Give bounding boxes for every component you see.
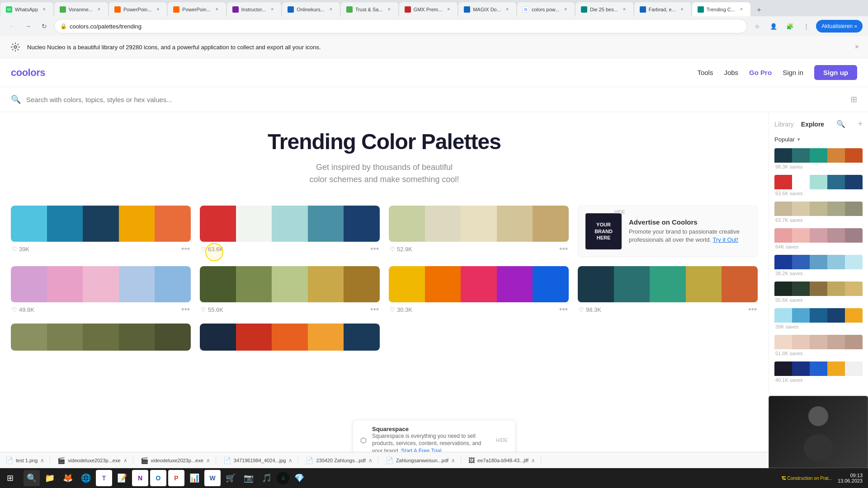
taskbar-app-onenote[interactable]: N bbox=[132, 470, 148, 486]
tab-close-ppt1[interactable]: × bbox=[154, 6, 161, 13]
extension-icon[interactable]: 🧩 bbox=[783, 20, 796, 33]
tab-whatsapp[interactable]: W WhatsApp × bbox=[0, 2, 54, 16]
download-arrow-3[interactable]: ∧ bbox=[206, 457, 210, 464]
download-item-5[interactable]: 📄 230420 Zahlungs...pdf ∧ bbox=[306, 457, 378, 464]
palette-card-7[interactable]: ♡ 98.3K ••• bbox=[578, 266, 758, 314]
taskbar-app-excel[interactable]: 📊 bbox=[186, 470, 203, 486]
taskbar-app-teams[interactable]: T bbox=[96, 470, 112, 486]
tab-close-colors[interactable]: × bbox=[562, 6, 569, 13]
tab-trust[interactable]: Trust & Sa... × bbox=[340, 2, 399, 16]
search-input[interactable] bbox=[26, 96, 845, 103]
tab-ppt2[interactable]: PowerPoin... × bbox=[167, 2, 226, 16]
squarespace-hide-button[interactable]: HIDE bbox=[496, 437, 508, 443]
download-arrow-2[interactable]: ∧ bbox=[123, 457, 127, 464]
new-tab-button[interactable]: + bbox=[753, 4, 765, 16]
tab-voranme[interactable]: Voranme... × bbox=[54, 2, 108, 16]
palette-more-1[interactable]: ••• bbox=[181, 244, 190, 254]
sidebar-search-icon[interactable]: 🔍 bbox=[836, 120, 845, 128]
tab-close-die25[interactable]: × bbox=[621, 6, 628, 13]
taskbar-clock[interactable]: 09:13 13.06.2023 bbox=[838, 473, 863, 483]
palette-card-9[interactable] bbox=[200, 324, 380, 351]
tab-gmx[interactable]: GMX Prem... × bbox=[399, 2, 458, 16]
banner-close-icon[interactable]: × bbox=[855, 43, 859, 51]
tab-trending[interactable]: Trending C... × bbox=[692, 2, 751, 16]
reload-button[interactable]: ↻ bbox=[38, 20, 51, 33]
tab-close-trending[interactable]: × bbox=[738, 6, 745, 13]
download-item-7[interactable]: 🖼 ee7a180a-b948-43...jiff ∧ bbox=[468, 457, 541, 464]
sidebar-palette-4[interactable]: 64K saves bbox=[774, 228, 863, 252]
palette-card-3[interactable]: ♡ 52.9K ••• bbox=[389, 206, 569, 257]
sidebar-palette-7[interactable]: 39K saves bbox=[774, 308, 863, 332]
profile-icon[interactable]: 👤 bbox=[767, 20, 780, 33]
palette-card-1[interactable]: ♡ 39K ••• bbox=[11, 206, 191, 257]
tab-ppt1[interactable]: PowerPoin... × bbox=[108, 2, 167, 16]
ad-try-link[interactable]: Try it Out! bbox=[712, 236, 738, 243]
tab-close-onlinekurs[interactable]: × bbox=[327, 6, 335, 13]
sidebar-add-icon[interactable]: + bbox=[858, 119, 863, 129]
popular-dropdown[interactable]: Popular ▼ bbox=[774, 136, 863, 143]
nav-tools[interactable]: Tools bbox=[697, 69, 713, 76]
palette-card-4[interactable]: ♡ 49.8K ••• bbox=[11, 266, 191, 314]
tab-instructor[interactable]: Instructor... × bbox=[226, 2, 282, 16]
sidebar-palette-6[interactable]: 55.6K saves bbox=[774, 282, 863, 305]
tab-onlinekurs[interactable]: Onlinekurs... × bbox=[282, 2, 340, 16]
nav-gopro[interactable]: Go Pro bbox=[749, 69, 772, 76]
palette-more-3[interactable]: ••• bbox=[559, 244, 568, 254]
download-arrow-5[interactable]: ∧ bbox=[368, 457, 373, 464]
ad-hide-button[interactable]: HIDE bbox=[614, 210, 625, 215]
sidebar-palette-9[interactable]: 40.1K saves bbox=[774, 361, 863, 385]
taskbar-app-spotify[interactable]: ♫ bbox=[277, 472, 289, 484]
nav-signup-button[interactable]: Sign up bbox=[814, 65, 857, 80]
download-arrow-1[interactable]: ∧ bbox=[40, 457, 44, 464]
taskbar-app-outlook[interactable]: O bbox=[150, 470, 166, 486]
tab-colors[interactable]: G colors pow... × bbox=[517, 2, 575, 16]
tab-close-whatsapp[interactable]: × bbox=[41, 6, 48, 13]
download-item-1[interactable]: 📄 test 1.png ∧ bbox=[5, 457, 50, 464]
tab-close-farbrad[interactable]: × bbox=[679, 6, 686, 13]
tab-magix[interactable]: MAGIX Do... × bbox=[458, 2, 517, 16]
palette-more-4[interactable]: ••• bbox=[181, 305, 190, 314]
taskbar-app-store[interactable]: 🛒 bbox=[222, 470, 239, 486]
tab-close-magix[interactable]: × bbox=[504, 6, 511, 13]
tab-close-ppt2[interactable]: × bbox=[213, 6, 221, 13]
tab-die25[interactable]: Die 25 bes... × bbox=[575, 2, 634, 16]
palette-more-7[interactable]: ••• bbox=[748, 305, 757, 314]
palette-card-8[interactable] bbox=[11, 324, 191, 351]
tab-close-voranme[interactable]: × bbox=[95, 6, 103, 13]
sidebar-tab-library[interactable]: Library bbox=[774, 121, 794, 128]
sidebar-palette-5[interactable]: 38.2K saves bbox=[774, 255, 863, 279]
sidebar-palette-2[interactable]: 63.6K saves bbox=[774, 175, 863, 199]
taskbar-app-firefox[interactable]: 🦊 bbox=[60, 470, 76, 486]
download-item-4[interactable]: 📄 3471961984_4024...jpg ∧ bbox=[223, 457, 299, 464]
taskbar-app-office[interactable]: 📝 bbox=[114, 470, 130, 486]
palette-more-6[interactable]: ••• bbox=[559, 305, 568, 314]
back-button[interactable]: ← bbox=[5, 20, 18, 33]
tab-close-instructor[interactable]: × bbox=[269, 6, 276, 13]
tab-farbrad[interactable]: Farbrad, e... × bbox=[634, 2, 692, 16]
sidebar-palette-8[interactable]: 51.8K saves bbox=[774, 335, 863, 359]
palette-more-5[interactable]: ••• bbox=[370, 305, 379, 314]
grid-view-icon[interactable]: ⊞ bbox=[850, 94, 857, 104]
update-button[interactable]: Aktualisieren » bbox=[816, 20, 863, 33]
taskbar-app-camera[interactable]: 📷 bbox=[241, 470, 257, 486]
taskbar-app-ppt[interactable]: P bbox=[168, 470, 184, 486]
nav-signin[interactable]: Sign in bbox=[783, 69, 803, 76]
download-arrow-4[interactable]: ∧ bbox=[288, 457, 292, 464]
forward-button[interactable]: → bbox=[22, 20, 34, 33]
nav-jobs[interactable]: Jobs bbox=[724, 69, 738, 76]
address-bar[interactable]: 🔒 coolors.co/palettes/trending bbox=[54, 19, 747, 33]
palette-card-2[interactable]: ♡ 63.6K ••• bbox=[200, 206, 380, 257]
palette-card-6[interactable]: ♡ 30.3K ••• bbox=[389, 266, 569, 314]
sidebar-palette-3[interactable]: 63.7K saves bbox=[774, 202, 863, 225]
sidebar-tab-explore[interactable]: Explore bbox=[801, 121, 824, 128]
palette-more-2[interactable]: ••• bbox=[370, 244, 379, 254]
tab-close-gmx[interactable]: × bbox=[445, 6, 452, 13]
taskbar-app-edge[interactable]: 🌐 bbox=[78, 470, 94, 486]
bookmark-icon[interactable]: ☆ bbox=[751, 20, 764, 33]
start-button[interactable]: ⊞ bbox=[0, 468, 20, 488]
download-item-6[interactable]: 📄 Zahlungsanweisun...pdf ∧ bbox=[386, 457, 461, 464]
taskbar-app-files[interactable]: 📁 bbox=[42, 470, 58, 486]
sidebar-palette-1[interactable]: 98.3K saves bbox=[774, 148, 863, 172]
taskbar-app-misc[interactable]: 💎 bbox=[291, 470, 307, 486]
download-item-2[interactable]: 🎬 videodeluxe2023p...exe ∧ bbox=[57, 457, 133, 464]
